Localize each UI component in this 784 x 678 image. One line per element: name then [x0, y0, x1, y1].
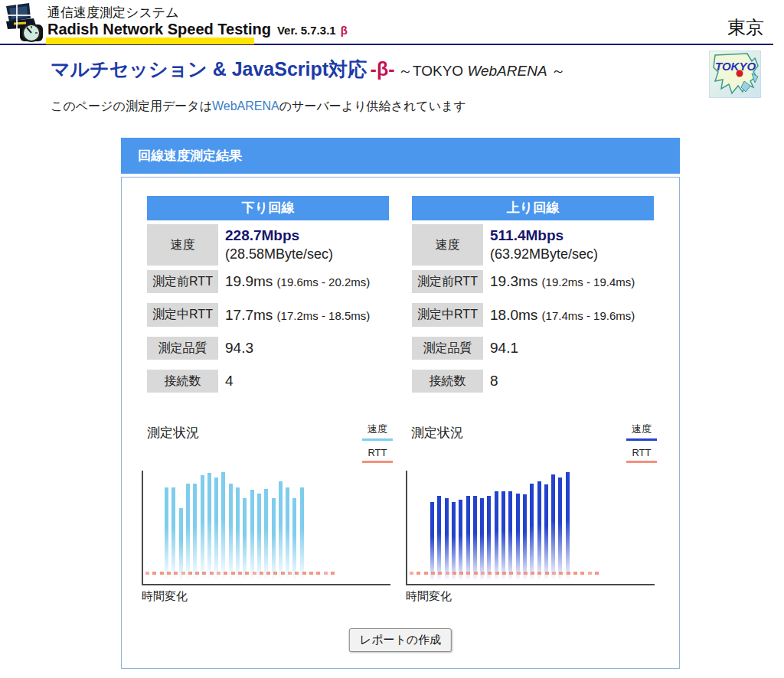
version-label: Ver. 5.7.3.1 [277, 24, 336, 37]
upload-speed-value: 511.4Mbps [490, 227, 654, 246]
rtt-during-range: (17.2ms - 18.5ms) [277, 309, 371, 322]
status-section-label: 測定状況 [411, 424, 463, 442]
download-table-header: 下り回線 [147, 196, 389, 220]
table-row: 測定品質 94.3 [147, 337, 389, 360]
table-row: 測定中RTT 17.7ms (17.2ms - 18.5ms) [147, 303, 389, 327]
webarena-brand: WebARENA [467, 63, 547, 79]
rtt-before-range: (19.6ms - 20.2ms) [277, 275, 371, 288]
table-row: 接続数 4 [147, 370, 389, 393]
chart-legend: 速度 RTT [623, 422, 657, 463]
download-result-table: 下り回線 速度 228.7Mbps (28.58MByte/sec) 測定前RT… [147, 196, 389, 393]
rtt-before-value: 19.3ms [490, 273, 537, 289]
legend-rtt: RTT [626, 447, 657, 463]
radish-speed-test-page: 通信速度測定システム Radish Network Speed TestingV… [0, 0, 784, 678]
result-panel: 回線速度測定結果 下り回線 速度 228.7Mbps (28.58MByte/s… [121, 138, 680, 669]
bar-chart-plot [142, 471, 390, 585]
tokyo-map-badge: TOKYO [709, 51, 761, 98]
page-subtitle: マルチセッション & JavaScript対応 -β- ～TOKYO WebAR… [51, 57, 566, 82]
table-row: 速度 511.4Mbps (63.92MByte/sec) [412, 224, 654, 266]
rtt-during-value: 17.7ms [225, 307, 273, 323]
app-logo-icon [3, 2, 44, 43]
result-panel-title: 回線速度測定結果 [121, 138, 680, 174]
system-name-label: 通信速度測定システム [47, 4, 179, 21]
app-title: Radish Network Speed TestingVer. 5.7.3.1… [47, 21, 348, 38]
app-title-text: Radish Network Speed Testing [47, 21, 271, 37]
rtt-before-range: (19.2ms - 19.4ms) [542, 275, 635, 288]
upload-result-table: 上り回線 速度 511.4Mbps (63.92MByte/sec) 測定前RT… [412, 196, 654, 393]
upload-speed-bytes: (63.92MByte/sec) [490, 246, 654, 263]
result-panel-body: 下り回線 速度 228.7Mbps (28.58MByte/sec) 測定前RT… [121, 177, 680, 669]
server-location-label: 東京 [727, 15, 764, 40]
beta-mark: β [341, 24, 348, 37]
table-row: 測定前RTT 19.9ms (19.6ms - 20.2ms) [147, 270, 389, 293]
chart-legend: 速度 RTT [359, 422, 393, 463]
connections-value: 8 [490, 373, 654, 390]
legend-speed: 速度 [626, 422, 657, 441]
subtitle-main: マルチセッション & JavaScript対応 [51, 58, 367, 80]
quality-value: 94.3 [225, 340, 389, 357]
rtt-during-range: (17.4ms - 19.6ms) [542, 309, 635, 322]
webarena-link[interactable]: WebARENA [212, 99, 279, 112]
data-source-note: このページの測定用データはWebARENAのサーバーより供給されています [51, 99, 466, 115]
download-status-chart: 測定状況 速度 RTT 時間変化 [142, 422, 393, 623]
download-speed-value: 228.7Mbps [225, 227, 389, 246]
table-row: 測定中RTT 18.0ms (17.4ms - 19.6ms) [412, 303, 654, 327]
rtt-during-value: 18.0ms [490, 307, 537, 323]
create-report-button[interactable]: レポートの作成 [349, 628, 452, 652]
subtitle-beta: -β- [371, 58, 395, 80]
status-section-label: 測定状況 [147, 424, 199, 442]
quality-value: 94.1 [490, 340, 654, 357]
legend-speed: 速度 [362, 422, 393, 441]
table-row: 速度 228.7Mbps (28.58MByte/sec) [147, 224, 389, 266]
bar-chart-plot [406, 471, 655, 585]
upload-table-header: 上り回線 [412, 196, 654, 220]
table-row: 接続数 8 [412, 370, 654, 393]
download-speed-bytes: (28.58MByte/sec) [225, 246, 389, 263]
upload-status-chart: 測定状況 速度 RTT 時間変化 [406, 422, 657, 623]
badge-tokyo-text: TOKYO [715, 60, 756, 73]
legend-rtt: RTT [362, 447, 393, 463]
chart-x-axis-label: 時間変化 [142, 589, 188, 604]
chart-x-axis-label: 時間変化 [406, 589, 452, 604]
connections-value: 4 [225, 373, 389, 390]
rtt-before-value: 19.9ms [225, 273, 273, 289]
subtitle-suffix: ～TOKYO WebARENA ～ [398, 63, 566, 79]
table-row: 測定品質 94.1 [412, 337, 654, 360]
title-highlight-underline [46, 37, 254, 44]
table-row: 測定前RTT 19.3ms (19.2ms - 19.4ms) [412, 270, 654, 293]
